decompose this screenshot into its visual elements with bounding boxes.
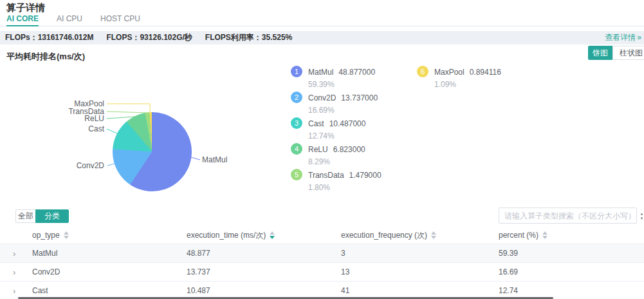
legend-name: Cast (308, 119, 324, 128)
leader-cast (107, 129, 117, 133)
legend-name: TransData (308, 171, 344, 180)
pie-label-relu: ReLU (57, 115, 104, 122)
flops-total: FLOPs：13161746.012M (5, 32, 93, 43)
table-row-matmul[interactable]: › MatMul 48.877 3 59.39 (0, 244, 644, 262)
operator-table: op_type execution_time (ms/次) execution_… (0, 227, 644, 299)
cell-execution-time: 10.487 (187, 286, 341, 295)
leader-maxpool (107, 104, 150, 112)
bar-view-button[interactable]: 柱状图 (612, 46, 644, 60)
legend-value: 13.737000 (341, 93, 378, 102)
cell-op-type: Cast (32, 286, 187, 295)
expand-chevron-icon[interactable]: › (13, 267, 15, 277)
legend-rank-badge: 2 (291, 92, 302, 103)
pie-view-button[interactable]: 饼图 (588, 46, 612, 60)
legend-name: Conv2D (308, 93, 336, 102)
cell-percent: 16.69 (499, 267, 644, 276)
pie-label-cast: Cast (57, 125, 104, 133)
legend-value: 0.894116 (470, 68, 501, 77)
legend-percent: 1.80% (308, 183, 382, 192)
col-header-percent[interactable]: percent (%) (499, 231, 644, 240)
legend-percent: 59.39% (308, 80, 375, 89)
cell-execution-time: 48.877 (187, 249, 341, 258)
flops-utilization: FLOPS利用率：35.525% (205, 32, 292, 43)
legend-percent: 1.09% (434, 80, 501, 89)
table-row-conv2d[interactable]: › Conv2D 13.737 13 16.69 (0, 262, 644, 281)
legend-item-maxpool[interactable]: 6 MaxPool0.8941161.09% (417, 66, 501, 89)
table-row-cast[interactable]: › Cast 10.487 41 12.74 (0, 281, 644, 299)
legend-percent: 16.69% (308, 106, 378, 115)
leader-transdata (107, 111, 147, 113)
legend-item-relu[interactable]: 4 ReLU6.8230008.29% (291, 143, 365, 166)
legend-item-matmul[interactable]: 1 MatMul48.87700059.39% (291, 66, 375, 89)
legend-item-transdata[interactable]: 5 TransData1.4790001.80% (291, 169, 382, 192)
filter-all-button[interactable]: 全部 (15, 209, 35, 223)
tab-host-cpu[interactable]: HOST CPU (100, 12, 140, 26)
pie-label-matmul: MatMul (202, 156, 250, 164)
tab-bar: AI CORE AI CPU HOST CPU (0, 12, 644, 26)
pie-label-conv2d: Conv2D (57, 162, 104, 169)
pie-chart-area: MaxPool TransData ReLU Cast Conv2D MatMu… (0, 61, 644, 206)
pie-chart[interactable] (113, 112, 192, 191)
tab-ai-cpu[interactable]: AI CPU (57, 12, 82, 26)
view-details-link[interactable]: 查看详情» (605, 32, 641, 43)
expand-chevron-icon[interactable]: › (13, 249, 15, 258)
sort-icon[interactable] (270, 231, 275, 239)
leader-matmul (191, 157, 200, 160)
table-header-row: op_type execution_time (ms/次) execution_… (0, 227, 644, 244)
expand-chevron-icon[interactable]: › (13, 286, 15, 296)
sort-icon[interactable] (64, 231, 69, 239)
legend-name: MaxPool (434, 68, 465, 77)
double-arrow-icon: » (637, 33, 641, 42)
operator-search-input[interactable] (499, 207, 637, 224)
legend-item-conv2d[interactable]: 2 Conv2D13.73700016.69% (291, 92, 378, 115)
legend-value: 6.823000 (333, 145, 365, 154)
cell-execution-frequency: 41 (341, 286, 499, 295)
cell-execution-frequency: 3 (341, 249, 499, 258)
legend-rank-badge: 3 (291, 117, 302, 129)
legend-rank-badge: 6 (417, 66, 428, 77)
flops-summary-bar: FLOPs：13161746.012M FLOPS：93126.102G/秒 F… (0, 31, 644, 44)
cell-op-type: MatMul (32, 249, 187, 258)
legend-percent: 8.29% (308, 157, 365, 166)
cell-execution-frequency: 13 (341, 267, 499, 276)
cell-execution-time: 13.737 (187, 267, 341, 276)
legend-rank-badge: 5 (291, 169, 302, 180)
flops-per-second: FLOPS：93126.102G/秒 (106, 32, 192, 43)
vertical-dots-icon[interactable] (641, 213, 643, 221)
legend-value: 1.479000 (349, 171, 382, 180)
legend-name: MatMul (308, 68, 333, 77)
legend-rank-badge: 1 (291, 66, 302, 77)
legend-rank-badge: 4 (291, 143, 302, 155)
legend-item-cast[interactable]: 3 Cast10.48700012.74% (291, 117, 365, 140)
legend-value: 10.487000 (329, 119, 366, 128)
operator-details-page: 算子详情 AI CORE AI CPU HOST CPU FLOPs：13161… (0, 0, 644, 299)
sort-icon[interactable] (542, 231, 547, 239)
col-header-op-type[interactable]: op_type (32, 231, 187, 240)
legend-percent: 12.74% (308, 131, 365, 140)
cell-op-type: Conv2D (32, 267, 187, 276)
cell-percent: 59.39 (499, 249, 644, 258)
tab-ai-core[interactable]: AI CORE (6, 12, 39, 26)
col-header-execution-frequency[interactable]: execution_frequency (次) (341, 230, 499, 241)
col-header-execution-time[interactable]: execution_time (ms/次) (187, 230, 341, 241)
legend-name: ReLU (308, 145, 328, 154)
legend-value: 48.877000 (338, 68, 375, 77)
filter-category-button[interactable]: 分类 (35, 209, 69, 223)
cell-percent: 12.74 (499, 286, 644, 295)
sort-icon[interactable] (431, 231, 436, 239)
